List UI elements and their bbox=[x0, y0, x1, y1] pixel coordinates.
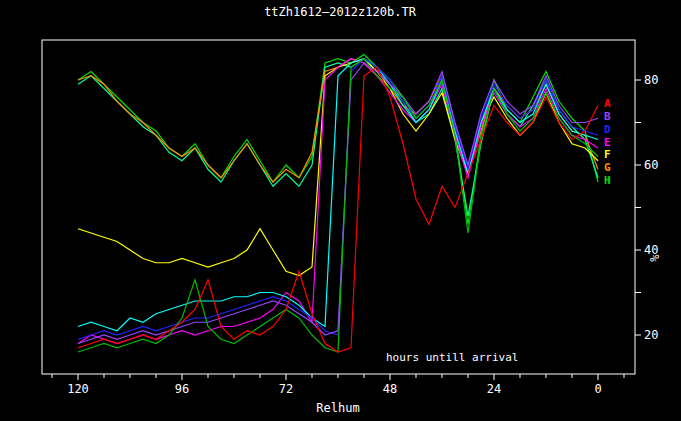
chart-window: ttZh1612—2012z120b.TR 120967248240 80604… bbox=[0, 0, 681, 421]
x-tick-label: 72 bbox=[279, 382, 293, 396]
y-tick-label: 80 bbox=[644, 73, 658, 87]
series-letter-B: B bbox=[604, 110, 611, 123]
series-letter-H: H bbox=[604, 174, 611, 187]
series-letter-E: E bbox=[604, 136, 611, 149]
x-tick-label: 96 bbox=[175, 382, 189, 396]
chart-background bbox=[0, 0, 681, 421]
x-axis-annotation: hours untill arrival bbox=[386, 351, 518, 364]
relative-humidity-ensemble-chart: ttZh1612—2012z120b.TR 120967248240 80604… bbox=[0, 0, 681, 421]
series-letter-G: G bbox=[604, 161, 611, 174]
series-end-letters: ABDEFGH bbox=[604, 97, 611, 187]
y-tick-label: 60 bbox=[644, 158, 658, 172]
y-tick-label: 20 bbox=[644, 328, 658, 342]
y-axis-unit: % bbox=[648, 254, 662, 262]
x-tick-label: 48 bbox=[383, 382, 397, 396]
series-letter-D: D bbox=[604, 123, 611, 136]
series-letter-F: F bbox=[604, 148, 611, 161]
x-axis-title: Relhum bbox=[316, 401, 359, 415]
x-tick-label: 120 bbox=[67, 382, 89, 396]
series-letter-A: A bbox=[604, 97, 611, 110]
chart-title: ttZh1612—2012z120b.TR bbox=[264, 5, 416, 19]
x-tick-label: 0 bbox=[594, 382, 601, 396]
x-tick-label: 24 bbox=[487, 382, 501, 396]
